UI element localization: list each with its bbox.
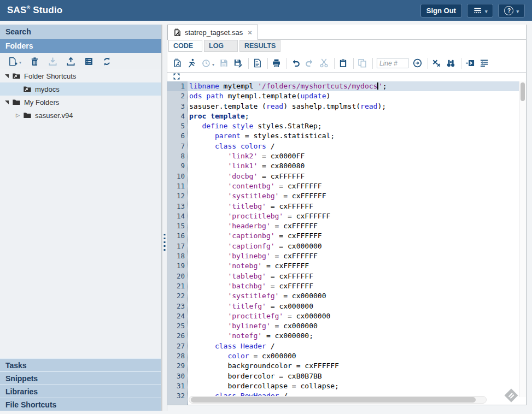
- code-line-1[interactable]: 1libname mytempl '/folders/myshortcuts/m…: [167, 81, 526, 91]
- code-line-21[interactable]: 21 'batchbg' = cxFFFFFF: [167, 281, 526, 291]
- code-line-30[interactable]: 30 bordercolor = cxB0B7BB: [167, 371, 526, 381]
- code-line-13[interactable]: 13 'titlebg' = cxFFFFFF: [167, 202, 526, 211]
- section-folders[interactable]: Folders: [0, 39, 161, 53]
- tree-indent-spacer: [14, 86, 21, 93]
- folder-icon: [12, 98, 21, 107]
- history-button: [201, 58, 214, 68]
- code-line-28[interactable]: 28 color = cx000000: [167, 351, 526, 361]
- clear-code-button[interactable]: [432, 58, 441, 68]
- code-text: class colors /: [188, 141, 526, 151]
- code-editor[interactable]: 1libname mytempl '/folders/myshortcuts/m…: [167, 81, 526, 405]
- document-tab[interactable]: statrep_tagset.sas ×: [167, 25, 258, 40]
- code-line-4[interactable]: 4proc template;: [167, 111, 526, 121]
- code-line-26[interactable]: 26 'notefg' = cx000000;: [167, 331, 526, 341]
- code-line-19[interactable]: 19 'notebg' = cxFFFFFF: [167, 261, 526, 271]
- save-as-button[interactable]: [233, 58, 243, 68]
- code-text: 'tablebg' = cxFFFFFF: [188, 271, 526, 281]
- tree-toggle-icon[interactable]: [14, 112, 21, 119]
- line-number: 11: [167, 181, 188, 191]
- code-line-9[interactable]: 9 'link1' = cx800080: [167, 161, 526, 171]
- code-line-17[interactable]: 17 'captionfg' = cx000000: [167, 241, 526, 251]
- code-line-14[interactable]: 14 'proctitlebg' = cxFFFFFF: [167, 211, 526, 221]
- code-line-2[interactable]: 2ods path mytempl.template(update): [167, 91, 526, 101]
- toolbar-separator: [267, 58, 268, 69]
- undo-button[interactable]: [291, 58, 300, 68]
- tree-item-my-folders[interactable]: My Folders: [0, 96, 161, 109]
- code-line-15[interactable]: 15 'headerbg' = cxFFFFFF: [167, 221, 526, 231]
- upload-button[interactable]: [66, 57, 75, 66]
- app-menu-button[interactable]: [467, 4, 494, 17]
- code-line-5[interactable]: 5 define style styles.StatRep;: [167, 121, 526, 131]
- code-line-24[interactable]: 24 'proctitlefg' = cx000000: [167, 311, 526, 321]
- code-line-27[interactable]: 27 class Header /: [167, 341, 526, 351]
- paste-icon: [338, 58, 348, 68]
- tree-toggle-icon[interactable]: [3, 73, 10, 80]
- properties-button[interactable]: [84, 57, 93, 66]
- code-text: 'notebg' = cxFFFFFF: [188, 261, 526, 271]
- sidebar-section-snippets[interactable]: Snippets: [0, 371, 161, 385]
- print-button[interactable]: [272, 58, 281, 68]
- tab-code[interactable]: CODE: [168, 40, 202, 52]
- code-text: 'captionbg' = cxFFFFFF: [188, 231, 526, 241]
- folder-shortcut-icon: [23, 85, 32, 93]
- code-line-12[interactable]: 12 'systitlebg' = cxFFFFFF: [167, 191, 526, 201]
- run-button[interactable]: [187, 58, 196, 68]
- code-line-11[interactable]: 11 'contentbg' = cxFFFFFF: [167, 181, 526, 191]
- line-number: 19: [167, 261, 188, 271]
- format-code-button[interactable]: [480, 58, 489, 68]
- tree-item-sasuser-v94[interactable]: sasuser.v94: [0, 109, 161, 122]
- code-line-18[interactable]: 18 'bylinebg' = cxFFFFFF: [167, 251, 526, 261]
- tree-item-folder-shortcuts[interactable]: Folder Shortcuts: [0, 69, 161, 82]
- sidebar-section-file-shortcuts[interactable]: File Shortcuts: [0, 398, 161, 411]
- code-line-31[interactable]: 31 bordercollapse = collapse;: [167, 381, 526, 391]
- find-replace-button[interactable]: [446, 58, 455, 68]
- vertical-scrollbar[interactable]: [519, 81, 526, 397]
- horizontal-scrollbar-thumb[interactable]: [191, 397, 476, 403]
- sign-out-button[interactable]: Sign Out: [420, 4, 462, 17]
- delete-button[interactable]: [30, 57, 39, 66]
- maximize-view-button[interactable]: [173, 73, 180, 80]
- splitter-grip-icon: [164, 234, 166, 251]
- document-button[interactable]: [253, 58, 262, 68]
- tab-results[interactable]: RESULTS: [239, 40, 280, 52]
- code-line-29[interactable]: 29 backgroundcolor = cxFFFFFF: [167, 361, 526, 371]
- code-line-7[interactable]: 7 class colors /: [167, 141, 526, 151]
- code-line-8[interactable]: 8 'link2' = cx0000FF: [167, 151, 526, 161]
- code-line-23[interactable]: 23 'titlefg' = cx000000: [167, 301, 526, 311]
- sidebar-section-libraries[interactable]: Libraries: [0, 385, 161, 398]
- tree-toggle-icon[interactable]: [3, 99, 10, 106]
- pane-splitter[interactable]: [162, 25, 167, 411]
- edit-mode-badge-icon: [503, 387, 519, 404]
- line-number-input[interactable]: [377, 58, 408, 68]
- tab-log[interactable]: LOG: [204, 40, 238, 52]
- delete-icon: [30, 57, 39, 66]
- code-line-20[interactable]: 20 'tablebg' = cxFFFFFF: [167, 271, 526, 281]
- expanded-triangle-icon: [5, 74, 9, 78]
- line-number: 8: [167, 151, 188, 161]
- help-button[interactable]: ?: [498, 4, 525, 17]
- code-line-10[interactable]: 10 'docbg' = cxFFFFFF: [167, 171, 526, 181]
- refresh-button[interactable]: [102, 57, 112, 66]
- new-item-button[interactable]: [8, 56, 21, 66]
- code-line-25[interactable]: 25 'bylinefg' = cx000000: [167, 321, 526, 331]
- caret-down-icon: [211, 58, 214, 68]
- code-line-22[interactable]: 22 'systitlefg' = cx000000: [167, 291, 526, 301]
- close-tab-icon[interactable]: ×: [248, 28, 252, 37]
- paste-button[interactable]: [338, 58, 348, 68]
- sidebar-section-tasks[interactable]: Tasks: [0, 358, 161, 371]
- program-button[interactable]: [173, 58, 182, 68]
- section-search[interactable]: Search: [0, 25, 161, 39]
- work-area: statrep_tagset.sas × CODELOGRESULTS 1lib…: [167, 25, 527, 405]
- app-title: SAS® Studio: [7, 5, 62, 16]
- vertical-scrollbar-thumb[interactable]: [521, 82, 525, 101]
- tree-item-mydocs[interactable]: mydocs: [0, 82, 161, 96]
- code-line-3[interactable]: 3sasuser.template (read) sashelp.tmplmst…: [167, 102, 526, 111]
- code-line-16[interactable]: 16 'captionbg' = cxFFFFFF: [167, 231, 526, 241]
- horizontal-scrollbar[interactable]: [189, 396, 487, 404]
- code-text: 'notefg' = cx000000;: [188, 331, 526, 341]
- line-number: 16: [167, 231, 188, 241]
- code-line-6[interactable]: 6 parent = styles.statistical;: [167, 131, 526, 141]
- goto-line-button[interactable]: [413, 58, 422, 68]
- code-text: 'proctitlebg' = cxFFFFFF: [188, 211, 526, 221]
- indent-button[interactable]: [465, 58, 475, 68]
